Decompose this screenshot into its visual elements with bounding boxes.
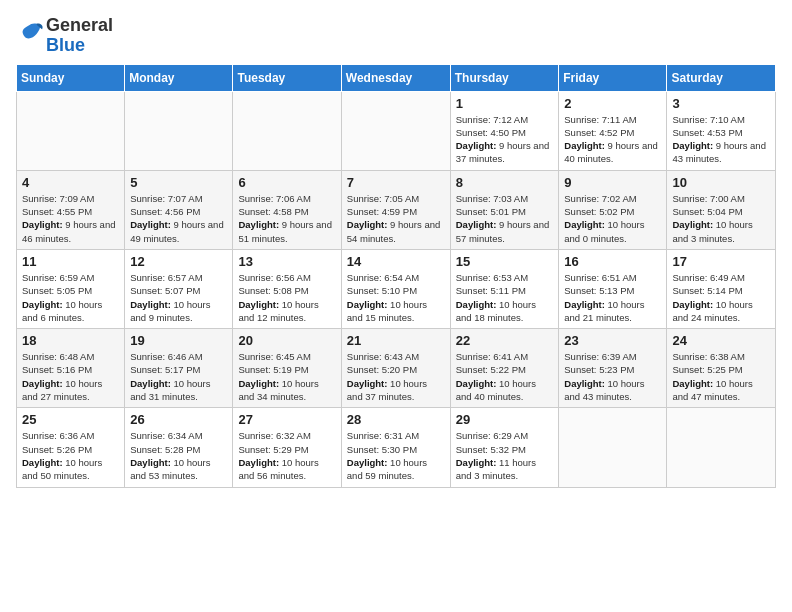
daylight-label: Daylight: bbox=[22, 299, 65, 310]
calendar-week-row: 25Sunrise: 6:36 AMSunset: 5:26 PMDayligh… bbox=[17, 408, 776, 487]
day-number: 6 bbox=[238, 175, 335, 190]
calendar-day-cell bbox=[667, 408, 776, 487]
day-number: 11 bbox=[22, 254, 119, 269]
daylight-label: Daylight: bbox=[347, 378, 390, 389]
calendar-day-cell: 24Sunrise: 6:38 AMSunset: 5:25 PMDayligh… bbox=[667, 329, 776, 408]
calendar-day-cell: 23Sunrise: 6:39 AMSunset: 5:23 PMDayligh… bbox=[559, 329, 667, 408]
daylight-label: Daylight: bbox=[672, 140, 715, 151]
day-info: Sunrise: 7:05 AMSunset: 4:59 PMDaylight:… bbox=[347, 192, 445, 245]
daylight-label: Daylight: bbox=[22, 378, 65, 389]
calendar-day-cell: 6Sunrise: 7:06 AMSunset: 4:58 PMDaylight… bbox=[233, 170, 341, 249]
calendar-day-cell: 4Sunrise: 7:09 AMSunset: 4:55 PMDaylight… bbox=[17, 170, 125, 249]
day-info: Sunrise: 6:32 AMSunset: 5:29 PMDaylight:… bbox=[238, 429, 335, 482]
daylight-label: Daylight: bbox=[564, 219, 607, 230]
calendar-day-cell: 21Sunrise: 6:43 AMSunset: 5:20 PMDayligh… bbox=[341, 329, 450, 408]
day-number: 17 bbox=[672, 254, 770, 269]
daylight-label: Daylight: bbox=[456, 219, 499, 230]
day-number: 26 bbox=[130, 412, 227, 427]
daylight-label: Daylight: bbox=[564, 140, 607, 151]
calendar-day-cell: 28Sunrise: 6:31 AMSunset: 5:30 PMDayligh… bbox=[341, 408, 450, 487]
calendar-day-cell: 2Sunrise: 7:11 AMSunset: 4:52 PMDaylight… bbox=[559, 91, 667, 170]
day-info: Sunrise: 6:36 AMSunset: 5:26 PMDaylight:… bbox=[22, 429, 119, 482]
daylight-label: Daylight: bbox=[130, 457, 173, 468]
day-number: 25 bbox=[22, 412, 119, 427]
daylight-label: Daylight: bbox=[238, 299, 281, 310]
day-number: 3 bbox=[672, 96, 770, 111]
daylight-label: Daylight: bbox=[347, 219, 390, 230]
calendar-day-cell: 9Sunrise: 7:02 AMSunset: 5:02 PMDaylight… bbox=[559, 170, 667, 249]
weekday-header-thursday: Thursday bbox=[450, 64, 559, 91]
calendar-day-cell: 18Sunrise: 6:48 AMSunset: 5:16 PMDayligh… bbox=[17, 329, 125, 408]
calendar-day-cell: 10Sunrise: 7:00 AMSunset: 5:04 PMDayligh… bbox=[667, 170, 776, 249]
calendar-day-cell: 12Sunrise: 6:57 AMSunset: 5:07 PMDayligh… bbox=[125, 249, 233, 328]
daylight-label: Daylight: bbox=[564, 299, 607, 310]
day-info: Sunrise: 6:34 AMSunset: 5:28 PMDaylight:… bbox=[130, 429, 227, 482]
calendar-day-cell: 20Sunrise: 6:45 AMSunset: 5:19 PMDayligh… bbox=[233, 329, 341, 408]
day-info: Sunrise: 6:41 AMSunset: 5:22 PMDaylight:… bbox=[456, 350, 554, 403]
day-info: Sunrise: 6:48 AMSunset: 5:16 PMDaylight:… bbox=[22, 350, 119, 403]
day-info: Sunrise: 6:53 AMSunset: 5:11 PMDaylight:… bbox=[456, 271, 554, 324]
daylight-label: Daylight: bbox=[456, 299, 499, 310]
daylight-label: Daylight: bbox=[456, 378, 499, 389]
day-number: 24 bbox=[672, 333, 770, 348]
day-number: 14 bbox=[347, 254, 445, 269]
daylight-label: Daylight: bbox=[347, 299, 390, 310]
daylight-label: Daylight: bbox=[130, 378, 173, 389]
day-info: Sunrise: 7:07 AMSunset: 4:56 PMDaylight:… bbox=[130, 192, 227, 245]
calendar-day-cell: 16Sunrise: 6:51 AMSunset: 5:13 PMDayligh… bbox=[559, 249, 667, 328]
day-info: Sunrise: 7:11 AMSunset: 4:52 PMDaylight:… bbox=[564, 113, 661, 166]
day-info: Sunrise: 6:39 AMSunset: 5:23 PMDaylight:… bbox=[564, 350, 661, 403]
day-number: 21 bbox=[347, 333, 445, 348]
day-info: Sunrise: 6:45 AMSunset: 5:19 PMDaylight:… bbox=[238, 350, 335, 403]
day-info: Sunrise: 7:09 AMSunset: 4:55 PMDaylight:… bbox=[22, 192, 119, 245]
day-number: 23 bbox=[564, 333, 661, 348]
day-info: Sunrise: 6:57 AMSunset: 5:07 PMDaylight:… bbox=[130, 271, 227, 324]
day-number: 28 bbox=[347, 412, 445, 427]
logo: General Blue bbox=[16, 16, 113, 56]
daylight-label: Daylight: bbox=[238, 219, 281, 230]
calendar-day-cell: 22Sunrise: 6:41 AMSunset: 5:22 PMDayligh… bbox=[450, 329, 559, 408]
daylight-label: Daylight: bbox=[130, 299, 173, 310]
calendar-day-cell: 15Sunrise: 6:53 AMSunset: 5:11 PMDayligh… bbox=[450, 249, 559, 328]
day-info: Sunrise: 6:49 AMSunset: 5:14 PMDaylight:… bbox=[672, 271, 770, 324]
day-number: 13 bbox=[238, 254, 335, 269]
daylight-label: Daylight: bbox=[672, 299, 715, 310]
calendar-day-cell: 13Sunrise: 6:56 AMSunset: 5:08 PMDayligh… bbox=[233, 249, 341, 328]
daylight-label: Daylight: bbox=[672, 219, 715, 230]
daylight-label: Daylight: bbox=[456, 140, 499, 151]
calendar-day-cell: 14Sunrise: 6:54 AMSunset: 5:10 PMDayligh… bbox=[341, 249, 450, 328]
day-info: Sunrise: 7:02 AMSunset: 5:02 PMDaylight:… bbox=[564, 192, 661, 245]
calendar-header-row: SundayMondayTuesdayWednesdayThursdayFrid… bbox=[17, 64, 776, 91]
calendar-day-cell: 11Sunrise: 6:59 AMSunset: 5:05 PMDayligh… bbox=[17, 249, 125, 328]
calendar-day-cell: 8Sunrise: 7:03 AMSunset: 5:01 PMDaylight… bbox=[450, 170, 559, 249]
calendar-day-cell: 7Sunrise: 7:05 AMSunset: 4:59 PMDaylight… bbox=[341, 170, 450, 249]
day-number: 9 bbox=[564, 175, 661, 190]
day-number: 22 bbox=[456, 333, 554, 348]
daylight-label: Daylight: bbox=[347, 457, 390, 468]
day-info: Sunrise: 6:38 AMSunset: 5:25 PMDaylight:… bbox=[672, 350, 770, 403]
day-number: 27 bbox=[238, 412, 335, 427]
day-info: Sunrise: 7:10 AMSunset: 4:53 PMDaylight:… bbox=[672, 113, 770, 166]
weekday-header-monday: Monday bbox=[125, 64, 233, 91]
day-number: 12 bbox=[130, 254, 227, 269]
daylight-label: Daylight: bbox=[22, 219, 65, 230]
calendar-week-row: 18Sunrise: 6:48 AMSunset: 5:16 PMDayligh… bbox=[17, 329, 776, 408]
logo-blue-text: Blue bbox=[46, 35, 85, 55]
day-info: Sunrise: 6:56 AMSunset: 5:08 PMDaylight:… bbox=[238, 271, 335, 324]
daylight-label: Daylight: bbox=[672, 378, 715, 389]
calendar-day-cell bbox=[17, 91, 125, 170]
day-number: 29 bbox=[456, 412, 554, 427]
weekday-header-saturday: Saturday bbox=[667, 64, 776, 91]
weekday-header-sunday: Sunday bbox=[17, 64, 125, 91]
logo-general-text: General bbox=[46, 15, 113, 35]
daylight-label: Daylight: bbox=[456, 457, 499, 468]
daylight-label: Daylight: bbox=[238, 457, 281, 468]
day-info: Sunrise: 6:43 AMSunset: 5:20 PMDaylight:… bbox=[347, 350, 445, 403]
calendar-day-cell: 3Sunrise: 7:10 AMSunset: 4:53 PMDaylight… bbox=[667, 91, 776, 170]
day-number: 20 bbox=[238, 333, 335, 348]
calendar-table: SundayMondayTuesdayWednesdayThursdayFrid… bbox=[16, 64, 776, 488]
day-number: 18 bbox=[22, 333, 119, 348]
day-number: 16 bbox=[564, 254, 661, 269]
day-info: Sunrise: 6:51 AMSunset: 5:13 PMDaylight:… bbox=[564, 271, 661, 324]
day-info: Sunrise: 6:31 AMSunset: 5:30 PMDaylight:… bbox=[347, 429, 445, 482]
